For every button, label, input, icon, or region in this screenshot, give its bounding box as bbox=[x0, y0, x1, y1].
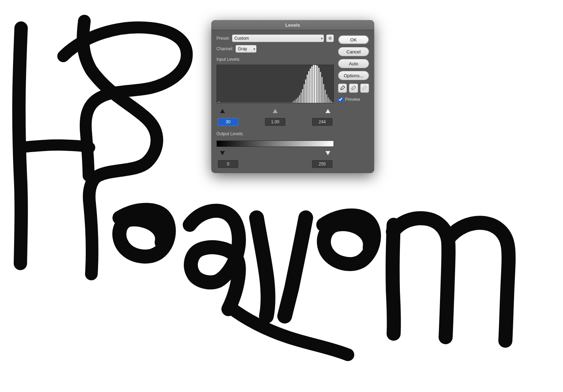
output-slider-area bbox=[216, 150, 334, 156]
ok-button[interactable]: OK bbox=[338, 35, 369, 44]
channel-label: Channel: bbox=[216, 46, 233, 51]
svg-rect-18 bbox=[311, 66, 312, 103]
black-input-slider[interactable] bbox=[220, 109, 225, 113]
svg-rect-15 bbox=[307, 74, 308, 103]
svg-rect-4 bbox=[219, 102, 220, 103]
input-black-field[interactable] bbox=[218, 118, 238, 126]
output-white-field[interactable] bbox=[312, 160, 332, 168]
preview-label: Preview bbox=[345, 97, 360, 102]
svg-rect-22 bbox=[318, 68, 319, 103]
output-values-row bbox=[216, 160, 334, 168]
preview-row: Preview bbox=[338, 97, 369, 102]
midtone-input-slider[interactable] bbox=[273, 109, 278, 113]
svg-rect-24 bbox=[322, 77, 323, 103]
dialog-body: Preset: Custom Default Increase Contrast… bbox=[212, 30, 374, 173]
svg-rect-13 bbox=[304, 84, 305, 103]
svg-rect-6 bbox=[293, 101, 294, 103]
dialog-titlebar: Levels bbox=[212, 20, 374, 30]
svg-rect-31 bbox=[332, 102, 334, 103]
svg-rect-7 bbox=[294, 100, 295, 103]
black-eyedropper-button[interactable] bbox=[338, 84, 347, 93]
input-mid-field[interactable] bbox=[265, 118, 285, 126]
white-input-slider[interactable] bbox=[325, 109, 330, 113]
gray-eyedropper-icon bbox=[351, 85, 356, 91]
svg-rect-27 bbox=[326, 94, 327, 103]
svg-rect-26 bbox=[325, 90, 326, 103]
channel-select-container: Gray RGB Red Green Blue ▾ bbox=[235, 45, 257, 53]
dialog-title: Levels bbox=[285, 22, 300, 28]
svg-rect-20 bbox=[315, 65, 316, 103]
output-gradient-bar bbox=[216, 141, 334, 147]
white-output-slider[interactable] bbox=[325, 151, 330, 155]
preset-label: Preset: bbox=[216, 36, 230, 41]
gear-button[interactable]: ⚙ bbox=[326, 34, 334, 42]
svg-rect-17 bbox=[310, 68, 311, 103]
input-levels-label: Input Levels: bbox=[216, 57, 334, 62]
svg-rect-28 bbox=[328, 97, 329, 103]
svg-rect-9 bbox=[297, 97, 298, 103]
svg-rect-8 bbox=[296, 99, 297, 103]
left-panel: Preset: Custom Default Increase Contrast… bbox=[216, 34, 334, 168]
output-black-field[interactable] bbox=[218, 160, 238, 168]
cancel-button[interactable]: Cancel bbox=[338, 47, 369, 56]
black-eyedropper-icon bbox=[340, 85, 345, 91]
channel-select[interactable]: Gray RGB Red Green Blue bbox=[235, 45, 257, 53]
right-panel: OK Cancel Auto Options... bbox=[338, 34, 369, 168]
svg-rect-12 bbox=[302, 89, 303, 103]
svg-point-32 bbox=[341, 89, 342, 90]
svg-rect-19 bbox=[313, 65, 314, 103]
preset-select[interactable]: Custom Default Increase Contrast 1 Incre… bbox=[232, 34, 324, 42]
svg-rect-29 bbox=[329, 99, 330, 103]
svg-rect-5 bbox=[221, 103, 293, 103]
svg-rect-3 bbox=[218, 102, 219, 103]
eyedroppers-row bbox=[338, 84, 369, 93]
svg-rect-23 bbox=[320, 72, 321, 103]
input-white-field[interactable] bbox=[312, 118, 332, 126]
output-levels-label: Output Levels: bbox=[216, 131, 334, 136]
preview-checkbox[interactable] bbox=[338, 97, 343, 102]
svg-point-33 bbox=[352, 89, 352, 90]
svg-rect-25 bbox=[323, 84, 324, 103]
options-button[interactable]: Options... bbox=[338, 71, 369, 80]
input-values-row bbox=[216, 118, 334, 126]
white-eyedropper-icon bbox=[362, 85, 367, 91]
histogram-svg bbox=[217, 65, 334, 103]
levels-dialog: Levels Preset: Custom Default Increase C… bbox=[212, 20, 374, 173]
black-output-slider[interactable] bbox=[220, 151, 225, 155]
svg-rect-21 bbox=[317, 66, 318, 103]
preset-row: Preset: Custom Default Increase Contrast… bbox=[216, 34, 334, 42]
preset-container: Custom Default Increase Contrast 1 Incre… bbox=[232, 34, 324, 42]
histogram bbox=[216, 65, 334, 103]
svg-rect-30 bbox=[331, 101, 332, 103]
gray-eyedropper-button[interactable] bbox=[349, 84, 358, 93]
channel-row: Channel: Gray RGB Red Green Blue ▾ bbox=[216, 45, 334, 53]
white-eyedropper-button[interactable] bbox=[360, 84, 369, 93]
svg-rect-10 bbox=[299, 95, 300, 103]
svg-rect-11 bbox=[300, 93, 302, 103]
svg-rect-2 bbox=[217, 102, 218, 103]
svg-rect-14 bbox=[305, 79, 306, 103]
auto-button[interactable]: Auto bbox=[338, 59, 369, 68]
svg-rect-16 bbox=[308, 71, 309, 103]
input-slider-area bbox=[216, 107, 334, 113]
svg-point-34 bbox=[363, 89, 364, 90]
